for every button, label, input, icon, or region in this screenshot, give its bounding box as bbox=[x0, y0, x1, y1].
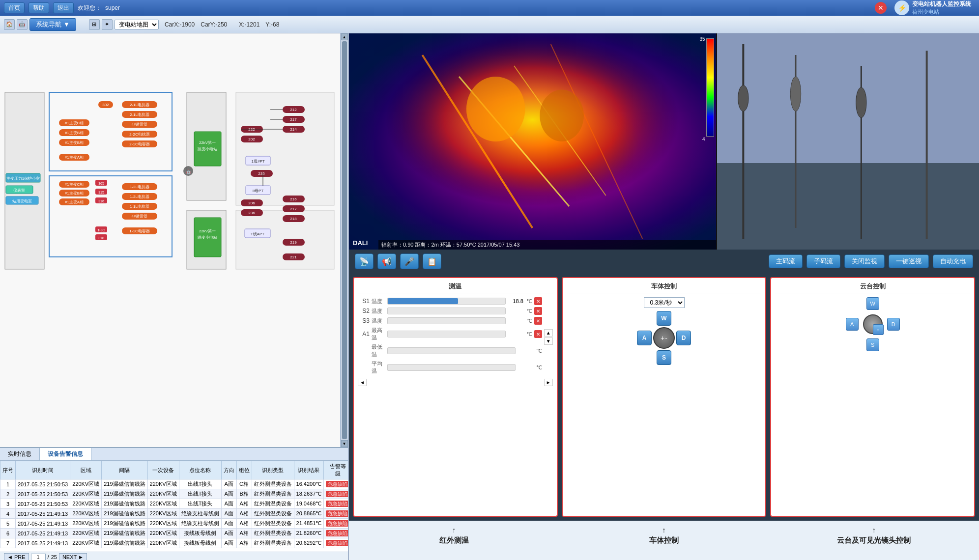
vehicle-joystick-center[interactable]: + - bbox=[653, 327, 675, 349]
svg-text:236: 236 bbox=[248, 211, 255, 215]
svg-text:22kV第一: 22kV第一 bbox=[199, 140, 216, 145]
alert-level-badge: 危急缺陷 bbox=[326, 491, 348, 497]
svg-text:214: 214 bbox=[290, 127, 297, 132]
ptz-up-btn[interactable]: W bbox=[866, 297, 879, 310]
system-nav-button[interactable]: 系统导航 ▼ bbox=[29, 18, 76, 31]
nav-label: 系统导航 bbox=[36, 20, 61, 29]
svg-text:315: 315 bbox=[98, 191, 104, 194]
main-stream-button[interactable]: 主码流 bbox=[769, 254, 803, 268]
svg-text:217: 217 bbox=[290, 207, 297, 211]
home-icon[interactable]: 🏠 bbox=[4, 19, 15, 30]
prev-page-button[interactable]: ◄ PRE bbox=[4, 553, 29, 560]
main-content: ▲ ▼ 22kV第一 跳变小电站 bbox=[0, 33, 979, 560]
map-select[interactable]: 变电站地图 bbox=[115, 20, 159, 29]
svg-text:365: 365 bbox=[98, 182, 104, 185]
left-panel: ▲ ▼ 22kV第一 跳变小电站 bbox=[0, 33, 349, 560]
camera-area: 35 4 DALI 辐射率：0.90 距离：2m 环温：57.50°C 2017… bbox=[349, 33, 979, 250]
sub-stream-button[interactable]: 子码流 bbox=[806, 254, 840, 268]
temp-high-label: 35 bbox=[700, 36, 705, 42]
icon-btn-4[interactable]: 📋 bbox=[423, 253, 441, 269]
temp-id-s1: S1 bbox=[358, 298, 370, 305]
temp-bar-s3 bbox=[387, 317, 506, 324]
joy-minus-icon: - bbox=[665, 334, 667, 342]
col-area: 区域 bbox=[70, 461, 102, 479]
table-row[interactable]: 72017-05-25 21:49:13220KV区域219漏磁信前线路220K… bbox=[0, 538, 348, 548]
temp-bar-min bbox=[387, 347, 516, 354]
scroll-up-arrow[interactable]: ▲ bbox=[341, 33, 348, 40]
scroll-thumb[interactable] bbox=[342, 41, 347, 439]
table-row[interactable]: 22017-05-25 21:50:53220KV区域219漏磁信前线路220K… bbox=[0, 489, 348, 499]
icon-btn-1[interactable]: 📡 bbox=[355, 253, 374, 269]
svg-text:站用变电室: 站用变电室 bbox=[12, 199, 32, 203]
icon-btn-3[interactable]: 🎤 bbox=[400, 253, 419, 269]
vehicle-backward-btn[interactable]: S bbox=[657, 350, 671, 365]
svg-text:2-1L电抗器: 2-1L电抗器 bbox=[130, 112, 149, 117]
next-page-button[interactable]: NEXT ► bbox=[59, 553, 87, 560]
svg-text:218: 218 bbox=[290, 217, 297, 221]
home-button[interactable]: 首页 bbox=[4, 2, 25, 13]
vehicle-left-btn[interactable]: A bbox=[637, 331, 652, 345]
table-row[interactable]: 32017-05-25 21:50:53220KV区域219漏磁信前线路220K… bbox=[0, 499, 348, 509]
table-row[interactable]: 42017-05-25 21:49:13220KV区域219漏磁信前线路220K… bbox=[0, 509, 348, 519]
username-text: super bbox=[105, 4, 120, 11]
temp-delete-s3[interactable]: ✕ bbox=[534, 317, 542, 325]
svg-text:219: 219 bbox=[290, 240, 297, 245]
auto-charge-button[interactable]: 自动充电 bbox=[933, 254, 973, 268]
temp-value-s1: 18.8 bbox=[508, 298, 523, 304]
one-click-patrol-button[interactable]: 一键巡视 bbox=[889, 254, 929, 268]
temp-row-s3: S3 温度 ℃ ✕ bbox=[358, 317, 542, 325]
speed-select[interactable]: 0.3米/秒 0.5米/秒 1.0米/秒 bbox=[644, 297, 685, 308]
table-scroll[interactable]: 序号 识别时间 区域 间隔 一次设备 点位名称 方向 组位 识别类型 识别结果 … bbox=[0, 461, 348, 552]
ptz-left-btn[interactable]: A bbox=[846, 318, 859, 331]
ptz-control-panel: 云台控制 W S A D + - bbox=[770, 277, 975, 517]
close-monitor-button[interactable]: 关闭监视 bbox=[844, 254, 885, 268]
temp-delete-s2[interactable]: ✕ bbox=[534, 307, 542, 315]
col-level: 告警等级 bbox=[324, 461, 348, 479]
temp-delete-a1[interactable]: ✕ bbox=[534, 330, 542, 338]
svg-text:1母#PT: 1母#PT bbox=[251, 159, 264, 164]
temp-scroll-down[interactable]: ▼ bbox=[544, 337, 553, 345]
diagram-scrollbar[interactable]: ▲ ▼ bbox=[340, 33, 348, 447]
svg-text:202: 202 bbox=[248, 137, 255, 141]
icon-btn-2[interactable]: 📢 bbox=[377, 253, 396, 269]
temp-row-min: 最低温 ℃ bbox=[358, 343, 542, 358]
alert-level-badge: 危急缺陷 bbox=[326, 520, 348, 527]
svg-text:T-3C: T-3C bbox=[97, 228, 105, 232]
col-device: 一次设备 bbox=[147, 461, 179, 479]
tab-realtime[interactable]: 实时信息 bbox=[0, 448, 40, 460]
svg-text:1-1L电抗器: 1-1L电抗器 bbox=[130, 204, 149, 209]
vehicle-right-btn[interactable]: D bbox=[676, 331, 691, 345]
svg-point-120 bbox=[856, 87, 866, 118]
temp-scroll-right[interactable]: ► bbox=[544, 379, 553, 386]
close-button[interactable]: ✕ bbox=[875, 2, 887, 14]
vehicle-forward-btn[interactable]: W bbox=[657, 311, 671, 326]
table-row[interactable]: 62017-05-25 21:49:13220KV区域219漏磁信前线路220K… bbox=[0, 529, 348, 538]
svg-text:II母PT: II母PT bbox=[253, 189, 264, 193]
table-row[interactable]: 12017-05-25 21:50:53220KV区域219漏磁信前线路220K… bbox=[0, 479, 348, 489]
page-input[interactable] bbox=[31, 554, 46, 560]
temp-scroll-up[interactable]: ▲ bbox=[544, 329, 553, 336]
temp-scroll-left[interactable]: ◄ bbox=[358, 379, 367, 386]
help-button[interactable]: 帮助 bbox=[29, 2, 49, 13]
zoom-icon[interactable]: ⊞ bbox=[89, 19, 100, 30]
temp-bar-a1 bbox=[387, 331, 506, 337]
car-x-coord: CarX:-1900 bbox=[165, 21, 195, 28]
table-row[interactable]: 52017-05-25 21:49:13220KV区域219漏磁信前线路220K… bbox=[0, 519, 348, 529]
logout-button[interactable]: 退出 bbox=[53, 2, 74, 13]
temp-delete-s1[interactable]: ✕ bbox=[534, 297, 542, 305]
star-icon[interactable]: ✦ bbox=[102, 19, 113, 30]
ptz-joystick-center[interactable]: + - bbox=[863, 314, 883, 334]
temp-scroll-btns: ▲ ▼ bbox=[544, 297, 553, 377]
ptz-zoom-out-btn[interactable]: - bbox=[873, 324, 884, 335]
tab-device-alarm[interactable]: 设备告警信息 bbox=[40, 448, 91, 460]
robot-icon[interactable]: 🤖 bbox=[17, 19, 28, 30]
ptz-right-btn[interactable]: D bbox=[887, 318, 900, 331]
ptz-label: 云台及可见光镜头控制 bbox=[837, 536, 911, 544]
svg-text:🤖: 🤖 bbox=[186, 169, 192, 175]
svg-text:1-1C电容器: 1-1C电容器 bbox=[129, 229, 149, 233]
svg-text:#1主变B相: #1主变B相 bbox=[65, 131, 84, 135]
alert-level-badge: 危急缺陷 bbox=[326, 540, 348, 546]
ptz-down-btn[interactable]: S bbox=[866, 338, 879, 351]
alert-level-badge: 危急缺陷 bbox=[326, 510, 348, 517]
scroll-down-arrow[interactable]: ▼ bbox=[341, 440, 348, 447]
